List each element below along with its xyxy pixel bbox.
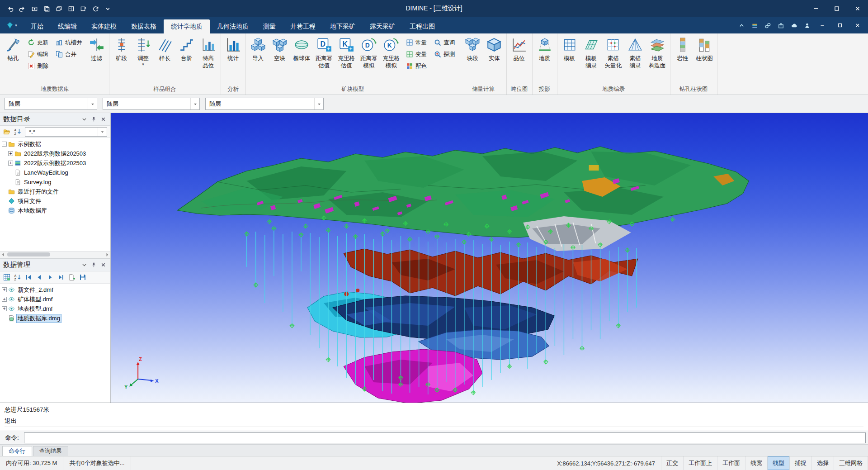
ribbon-button-模板编录[interactable]: 模板编录	[580, 34, 602, 82]
catalog-tree-item-2022版示例数据202503[interactable]: +2022版示例数据202503	[0, 149, 110, 158]
status-toggle-三维网格[interactable]: 三维网格	[834, 456, 868, 470]
ribbon-button-变量[interactable]: 变量	[402, 48, 430, 60]
share-button[interactable]	[777, 22, 784, 29]
collapse-ribbon-button[interactable]	[738, 22, 745, 29]
tree-expander[interactable]: +	[8, 161, 13, 166]
catalog-tree-item-最近打开的文件[interactable]: 最近打开的文件	[0, 187, 110, 196]
manager-dbgrid-button[interactable]	[2, 273, 11, 282]
layer-filter-combo-3[interactable]: 随层	[205, 98, 324, 110]
ribbon-tab-测量[interactable]: 测量	[256, 19, 283, 33]
ribbon-button-合并[interactable]: 合并	[52, 48, 86, 60]
ribbon-button-素描编录[interactable]: 素描编录	[624, 34, 646, 82]
ribbon-button-更新[interactable]: 更新	[24, 37, 52, 48]
command-input[interactable]	[24, 432, 866, 443]
catalog-filter-combo[interactable]: *.*	[25, 127, 107, 137]
console-tab-查询结果[interactable]: 查询结果	[33, 446, 68, 456]
manager-navnext-button[interactable]	[45, 273, 55, 282]
ribbon-tab-几何法地质[interactable]: 几何法地质	[210, 19, 256, 33]
catalog-tree-item-Survey.log[interactable]: Survey.log	[0, 177, 110, 187]
catalog-tree-item-本地数据库[interactable]: 本地数据库	[0, 206, 110, 215]
mdi-restore-button[interactable]	[834, 19, 846, 31]
ribbon-button-距离幂估值[interactable]: D距离幂估值	[313, 34, 335, 82]
mdi-close-button[interactable]	[852, 19, 863, 31]
tree-expander[interactable]: +	[2, 297, 7, 302]
ribbon-tab-开始[interactable]: 开始	[24, 19, 51, 33]
scroll-left-button[interactable]	[0, 252, 6, 258]
qat-undo-button[interactable]	[6, 5, 14, 12]
ribbon-tab-井巷工程[interactable]: 井巷工程	[283, 19, 323, 33]
ribbon-button-克里格模拟[interactable]: K克里格模拟	[380, 34, 403, 82]
panel-pin-button[interactable]	[90, 115, 98, 123]
layer-filter-combo-1[interactable]: 随层	[5, 98, 97, 110]
ribbon-button-模板[interactable]: 模板	[559, 34, 580, 82]
manager-tree-item-新文件_2.dmf[interactable]: +新文件_2.dmf	[0, 285, 110, 294]
manager-newdoc-button[interactable]	[67, 273, 76, 282]
ribbon-button-调整[interactable]: 调整▾	[132, 34, 154, 82]
qat-qat-menu-button[interactable]	[104, 5, 111, 12]
tree-expander[interactable]: −	[2, 142, 7, 147]
scroll-right-button[interactable]	[104, 252, 110, 258]
status-toggle-正交[interactable]: 正交	[661, 456, 684, 470]
ribbon-button-柱状图[interactable]: 柱状图	[693, 34, 716, 82]
manager-tree-item-地质数据库.dmg[interactable]: 地质数据库.dmg	[0, 313, 110, 323]
cloud-button[interactable]	[790, 22, 797, 29]
status-toggle-工作面[interactable]: 工作面	[717, 456, 745, 470]
catalog-tree-item-项目文件[interactable]: 项目文件	[0, 196, 110, 206]
user-button[interactable]	[803, 22, 811, 29]
panel-close-button[interactable]	[99, 115, 107, 123]
manager-navlast-button[interactable]	[56, 273, 66, 282]
ribbon-button-素描矢量化[interactable]: 素描矢量化	[602, 34, 625, 82]
ribbon-button-查询[interactable]: 查询	[430, 37, 458, 48]
status-toggle-线型[interactable]: 线型	[768, 456, 790, 470]
window-minimize-button[interactable]	[806, 0, 826, 17]
qat-sync-button[interactable]	[92, 5, 99, 12]
combo-dropdown-button[interactable]	[314, 98, 323, 109]
ribbon-button-实体[interactable]: 实体	[483, 34, 505, 82]
scrollbar-thumb[interactable]	[7, 252, 50, 256]
mdi-minimize-button[interactable]	[816, 19, 828, 31]
panel-close-button[interactable]	[99, 261, 107, 269]
manager-navprev-button[interactable]	[34, 273, 44, 282]
ribbon-tab-数据表格[interactable]: 数据表格	[124, 19, 164, 33]
status-toggle-选择[interactable]: 选择	[812, 456, 834, 470]
ribbon-button-钻孔[interactable]: 钻孔	[2, 34, 24, 82]
layer-filter-combo-2[interactable]: 随层	[103, 98, 200, 110]
panel-menu-button[interactable]	[80, 261, 88, 269]
app-menu-button[interactable]: ▾	[0, 17, 24, 33]
ribbon-button-岩性[interactable]: 岩性	[672, 34, 693, 82]
ribbon-button-探测[interactable]: 探测	[430, 48, 458, 60]
ribbon-tab-露天采矿[interactable]: 露天采矿	[363, 19, 402, 33]
qat-new-window-button[interactable]	[80, 5, 87, 12]
combo-dropdown-button[interactable]	[98, 128, 107, 136]
ribbon-button-地质构造面[interactable]: 地质构造面	[646, 34, 669, 82]
ribbon-tab-实体建模[interactable]: 实体建模	[84, 19, 124, 33]
ribbon-button-特高品位[interactable]: 特高品位	[198, 34, 219, 82]
catalog-tree-item-LaneWayEdit.log[interactable]: LaneWayEdit.log	[0, 168, 110, 177]
tree-expander[interactable]: +	[2, 287, 7, 292]
ribbon-button-样长[interactable]: 样长	[154, 34, 176, 82]
ribbon-button-常量[interactable]: 常量	[402, 37, 430, 48]
tree-expander[interactable]: +	[2, 306, 7, 311]
catalog-tree-item-示例数据[interactable]: −示例数据	[0, 139, 110, 149]
status-toggle-线宽[interactable]: 线宽	[745, 456, 768, 470]
catalog-horizontal-scrollbar[interactable]	[0, 251, 110, 258]
ribbon-tab-地下采矿[interactable]: 地下采矿	[323, 19, 363, 33]
console-tab-命令行[interactable]: 命令行	[2, 446, 32, 456]
ribbon-button-坑槽井[interactable]: 坑槽井	[52, 37, 86, 48]
qat-cascade-windows-button[interactable]	[55, 5, 62, 12]
ribbon-button-块段[interactable]: 块段	[462, 34, 483, 82]
window-maximize-button[interactable]	[826, 0, 847, 17]
window-close-button[interactable]	[847, 0, 868, 17]
combo-dropdown-button[interactable]	[88, 98, 97, 109]
status-toggle-捕捉[interactable]: 捕捉	[790, 456, 812, 470]
qat-redo-button[interactable]	[19, 5, 26, 12]
manager-save-button[interactable]	[78, 273, 87, 282]
ribbon-button-过滤[interactable]: 过滤	[86, 34, 108, 82]
ribbon-button-统计[interactable]: 统计	[222, 34, 244, 82]
ribbon-button-品位[interactable]: 品位	[508, 34, 530, 82]
ribbon-button-距离幂模拟[interactable]: D距离幂模拟	[358, 34, 380, 82]
manager-tree-item-矿体模型.dmf[interactable]: +矿体模型.dmf	[0, 294, 110, 304]
ribbon-button-矿段[interactable]: 矿段	[111, 34, 132, 82]
ribbon-tab-线编辑[interactable]: 线编辑	[51, 19, 84, 33]
ribbon-button-椭球体[interactable]: 椭球体	[291, 34, 313, 82]
